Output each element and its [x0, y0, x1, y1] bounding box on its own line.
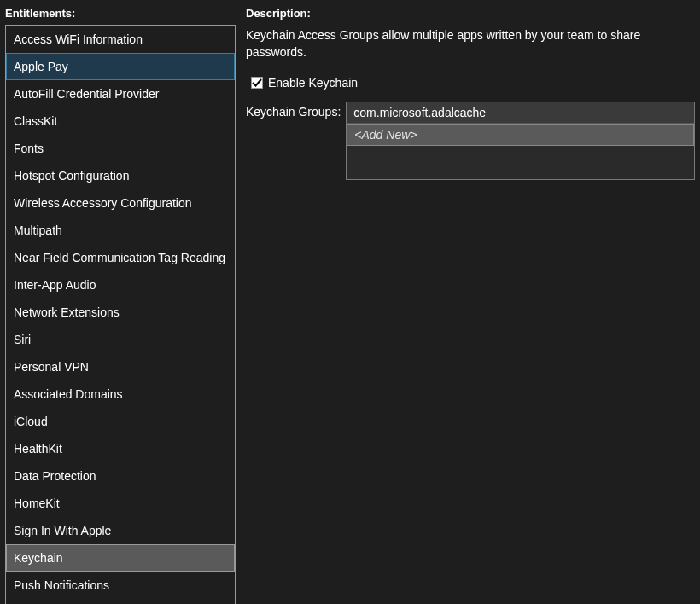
entitlement-item[interactable]: Hotspot Configuration — [6, 162, 235, 189]
entitlements-header: Entitlements: — [5, 5, 236, 21]
entitlement-item[interactable]: Personal VPN — [6, 353, 235, 380]
entitlement-item[interactable]: Sign In With Apple — [6, 517, 235, 544]
entitlement-item[interactable]: HomeKit — [6, 490, 235, 517]
entitlement-item[interactable]: iCloud — [6, 408, 235, 435]
entitlement-item[interactable]: Apple Pay — [6, 53, 235, 80]
keychain-group-entry[interactable]: com.microsoft.adalcache — [347, 102, 694, 124]
entitlement-item[interactable]: Inter-App Audio — [6, 271, 235, 299]
entitlement-item[interactable]: Network Extensions — [6, 299, 235, 326]
entitlement-item[interactable]: ClassKit — [6, 107, 235, 135]
entitlement-item[interactable]: Multipath — [6, 217, 235, 244]
enable-keychain-checkbox[interactable] — [251, 77, 263, 89]
enable-keychain-label: Enable Keychain — [268, 76, 358, 90]
description-text: Keychain Access Groups allow multiple ap… — [246, 25, 695, 61]
description-header: Description: — [246, 5, 695, 21]
entitlement-item[interactable]: App Groups — [6, 599, 235, 604]
entitlement-item[interactable]: HealthKit — [6, 435, 235, 462]
keychain-groups-row: Keychain Groups: com.microsoft.adalcache… — [246, 102, 695, 180]
keychain-groups-label: Keychain Groups: — [246, 102, 341, 119]
entitlement-item[interactable]: AutoFill Credential Provider — [6, 80, 235, 107]
entitlement-item[interactable]: Near Field Communication Tag Reading — [6, 244, 235, 271]
description-panel: Description: Keychain Access Groups allo… — [246, 5, 695, 599]
entitlement-item[interactable]: Fonts — [6, 135, 235, 162]
entitlement-item[interactable]: Keychain — [6, 544, 235, 572]
entitlement-item[interactable]: Push Notifications — [6, 572, 235, 599]
check-icon — [252, 78, 262, 88]
entitlement-item[interactable]: Data Protection — [6, 462, 235, 490]
entitlement-item[interactable]: Wireless Accessory Configuration — [6, 189, 235, 217]
entitlements-list: Access WiFi InformationApple PayAutoFill… — [5, 25, 236, 604]
enable-keychain-row: Enable Keychain — [251, 76, 695, 90]
keychain-group-add-new[interactable]: <Add New> — [347, 124, 694, 146]
keychain-groups-list: com.microsoft.adalcache<Add New> — [346, 102, 695, 180]
entitlement-item[interactable]: Siri — [6, 326, 235, 353]
entitlement-item[interactable]: Associated Domains — [6, 380, 235, 408]
entitlements-panel: Entitlements: Access WiFi InformationApp… — [5, 5, 236, 599]
entitlement-item[interactable]: Access WiFi Information — [6, 26, 235, 53]
